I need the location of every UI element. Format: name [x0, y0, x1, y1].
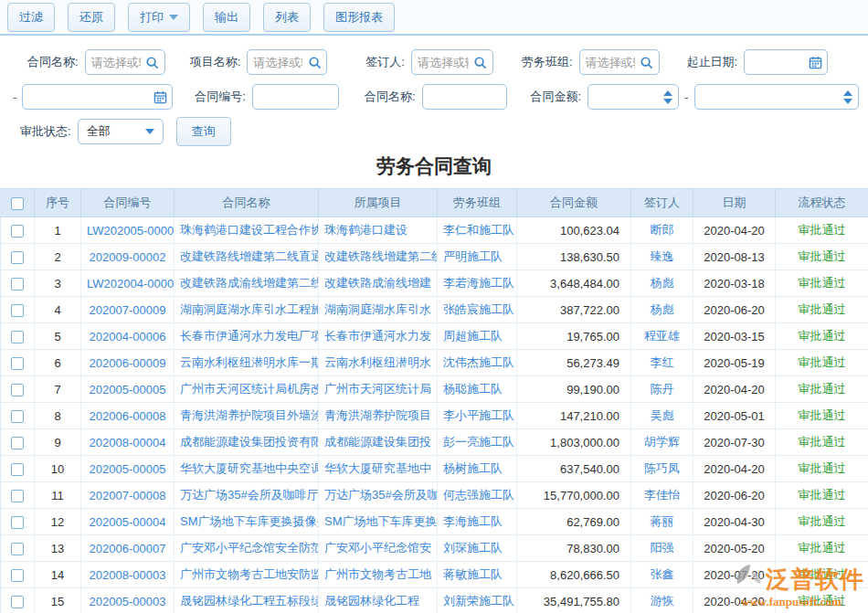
- contract-code-link[interactable]: 202005-00003: [81, 588, 175, 613]
- caret-down-icon[interactable]: [843, 99, 852, 104]
- contract-code-link[interactable]: LW202005-00001: [81, 217, 175, 244]
- select-all-checkbox[interactable]: [11, 197, 24, 210]
- contract-name-cell[interactable]: 青海洪湖养护院项目外墙涂料: [175, 403, 319, 429]
- filter-button[interactable]: 过滤: [7, 3, 55, 32]
- col-header-project[interactable]: 所属项目: [319, 189, 438, 217]
- amount-max-input[interactable]: [695, 85, 858, 109]
- col-header-status[interactable]: 流程状态: [776, 189, 868, 217]
- contract-code-link[interactable]: 202006-00007: [81, 535, 175, 562]
- labor-team-cell[interactable]: 张皓宸施工队: [438, 297, 517, 323]
- search-icon[interactable]: [145, 55, 160, 69]
- calendar-icon[interactable]: [153, 90, 167, 104]
- row-checkbox[interactable]: [11, 251, 24, 264]
- labor-team-cell[interactable]: 杨树施工队: [438, 456, 517, 482]
- project-name-cell[interactable]: 湖南洞庭湖水库引水: [319, 297, 438, 323]
- approval-status-select[interactable]: 全部: [78, 119, 164, 144]
- signer-cell[interactable]: 臻逸: [631, 244, 693, 270]
- labor-team-cell[interactable]: 周超施工队: [438, 323, 517, 350]
- contract-name-cell[interactable]: 珠海鹤港口建设工程合作协议: [175, 217, 319, 244]
- contract-name-cell[interactable]: 广安邓小平纪念馆安全防范: [175, 535, 319, 562]
- row-checkbox[interactable]: [11, 304, 24, 317]
- col-header-team[interactable]: 劳务班组: [438, 189, 517, 217]
- calendar-icon[interactable]: [808, 55, 822, 69]
- caret-up-icon[interactable]: [843, 90, 852, 96]
- signer-cell[interactable]: 张鑫: [631, 562, 693, 588]
- row-checkbox[interactable]: [11, 516, 24, 529]
- project-name-cell[interactable]: 云南水利枢纽潜明水: [319, 350, 438, 376]
- project-name-cell[interactable]: 改建铁路成渝线增建: [319, 270, 438, 297]
- project-name-cell[interactable]: 珠海鹤港口建设: [319, 217, 438, 244]
- row-checkbox[interactable]: [11, 278, 24, 291]
- project-name-cell[interactable]: SM广场地下车库更换: [319, 509, 438, 535]
- search-icon[interactable]: [473, 55, 488, 69]
- contract-no-input[interactable]: [253, 85, 338, 109]
- list-button[interactable]: 列表: [263, 3, 311, 32]
- project-name-cell[interactable]: 青海洪湖养护院项目: [319, 403, 438, 429]
- contract-name-cell[interactable]: 长春市伊通河水力发电厂项目: [175, 323, 319, 350]
- contract-code-link[interactable]: 202008-00004: [81, 429, 175, 456]
- signer-cell[interactable]: 李红: [631, 350, 693, 376]
- col-header-amount[interactable]: 合同金额: [517, 189, 631, 217]
- row-checkbox[interactable]: [11, 410, 24, 423]
- contract-code-link[interactable]: 202009-00002: [81, 244, 175, 270]
- project-name-cell[interactable]: 广安邓小平纪念馆安: [319, 535, 438, 562]
- contract-name-cell[interactable]: 广州市文物考古工地安防监控: [175, 562, 319, 588]
- contract-code-link[interactable]: 202008-00003: [81, 562, 175, 588]
- signer-cell[interactable]: 杨彪: [631, 297, 693, 323]
- project-name-cell[interactable]: 改建铁路线增建第二线: [319, 244, 438, 270]
- project-name-cell[interactable]: 广州市文物考古工地: [319, 562, 438, 588]
- labor-team-cell[interactable]: 李仁和施工队: [438, 217, 517, 244]
- contract-code-link[interactable]: 202004-00006: [81, 323, 175, 350]
- contract-name-cell[interactable]: 云南水利枢纽潜明水库一期: [175, 350, 319, 376]
- col-header-date[interactable]: 日期: [693, 189, 776, 217]
- project-name-cell[interactable]: 华软大厦研究基地中: [319, 456, 438, 482]
- contract-name-cell[interactable]: 华软大厦研究基地中央空调: [175, 456, 319, 482]
- contract-name2-input[interactable]: [423, 85, 506, 109]
- contract-name-cell[interactable]: 晟铭园林绿化工程五标段绿化: [175, 588, 319, 613]
- col-header-signer[interactable]: 签订人: [631, 189, 693, 217]
- labor-team-cell[interactable]: 蒋敏施工队: [438, 562, 517, 588]
- signer-cell[interactable]: 陈巧凤: [631, 456, 693, 482]
- contract-code-link[interactable]: 202007-00009: [81, 297, 175, 323]
- number-stepper[interactable]: [663, 90, 672, 104]
- signer-cell[interactable]: 游恢: [631, 588, 693, 613]
- labor-team-cell[interactable]: 彭一亮施工队: [438, 429, 517, 456]
- row-checkbox[interactable]: [11, 437, 24, 449]
- col-header-no[interactable]: 序号: [35, 189, 81, 217]
- labor-team-cell[interactable]: 刘新荣施工队: [438, 588, 517, 613]
- labor-team-cell[interactable]: 刘琛施工队: [438, 535, 517, 562]
- row-checkbox[interactable]: [11, 543, 24, 555]
- signer-cell[interactable]: 李佳怡: [631, 482, 693, 509]
- contract-name-cell[interactable]: SM广场地下车库更换摄像头: [175, 509, 319, 535]
- labor-team-cell[interactable]: 李海施工队: [438, 509, 517, 535]
- query-button[interactable]: 查询: [176, 117, 231, 146]
- number-stepper[interactable]: [843, 90, 852, 104]
- row-checkbox[interactable]: [11, 596, 24, 608]
- signer-cell[interactable]: 吴彪: [631, 403, 693, 429]
- project-name-cell[interactable]: 成都能源建设集团投: [319, 429, 438, 456]
- row-checkbox[interactable]: [11, 384, 24, 396]
- signer-cell[interactable]: 胡学辉: [631, 429, 693, 456]
- labor-team-cell[interactable]: 沈伟杰施工队: [438, 350, 517, 376]
- contract-code-link[interactable]: 202005-00004: [81, 509, 175, 535]
- signer-cell[interactable]: 断郎: [631, 217, 693, 244]
- contract-code-link[interactable]: 202005-00005: [81, 376, 175, 403]
- contract-name-cell[interactable]: 广州市天河区统计局机房改造: [175, 376, 319, 403]
- caret-up-icon[interactable]: [663, 90, 672, 96]
- labor-team-cell[interactable]: 严明施工队: [438, 244, 517, 270]
- project-name-cell[interactable]: 长春市伊通河水力发: [319, 323, 438, 350]
- export-button[interactable]: 输出: [203, 3, 250, 32]
- row-checkbox[interactable]: [11, 357, 24, 370]
- contract-code-link[interactable]: 202007-00008: [81, 482, 175, 509]
- project-name-cell[interactable]: 广州市天河区统计局: [319, 376, 438, 403]
- restore-button[interactable]: 还原: [68, 3, 115, 32]
- contract-name-cell[interactable]: 万达广场35#会所及咖啡厅: [175, 482, 319, 509]
- end-date-input[interactable]: [23, 85, 172, 109]
- row-checkbox[interactable]: [11, 331, 24, 343]
- signer-cell[interactable]: 杨彪: [631, 270, 693, 297]
- caret-down-icon[interactable]: [663, 99, 672, 104]
- col-header-name[interactable]: 合同名称: [175, 189, 319, 217]
- search-icon[interactable]: [307, 55, 322, 69]
- signer-cell[interactable]: 蒋丽: [631, 509, 693, 535]
- contract-name-cell[interactable]: 改建铁路成渝线增建第二线: [175, 270, 319, 297]
